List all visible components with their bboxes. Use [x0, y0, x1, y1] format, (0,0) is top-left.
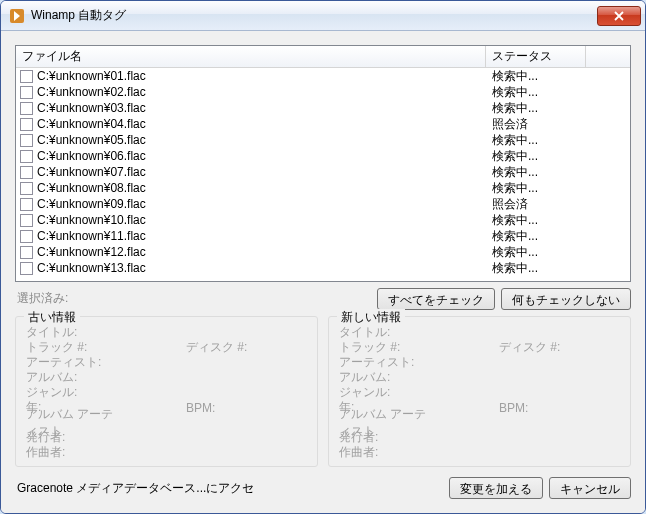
cell-status: 検索中... — [486, 84, 606, 101]
table-row[interactable]: C:¥unknown¥06.flac検索中... — [16, 148, 630, 164]
label-composer: 作曲者: — [26, 444, 116, 461]
table-row[interactable]: C:¥unknown¥08.flac検索中... — [16, 180, 630, 196]
apply-button[interactable]: 変更を加える — [449, 477, 543, 499]
table-row[interactable]: C:¥unknown¥12.flac検索中... — [16, 244, 630, 260]
cell-status: 検索中... — [486, 260, 606, 277]
row-checkbox[interactable] — [20, 86, 33, 99]
cell-status: 検索中... — [486, 212, 606, 229]
cell-filename: C:¥unknown¥09.flac — [37, 197, 146, 211]
close-button[interactable] — [597, 6, 641, 26]
file-listview[interactable]: ファイル名 ステータス C:¥unknown¥01.flac検索中...C:¥u… — [15, 45, 631, 282]
row-checkbox[interactable] — [20, 150, 33, 163]
table-row[interactable]: C:¥unknown¥04.flac照会済 — [16, 116, 630, 132]
cell-status: 検索中... — [486, 148, 606, 165]
table-row[interactable]: C:¥unknown¥13.flac検索中... — [16, 260, 630, 276]
cell-status: 検索中... — [486, 100, 606, 117]
row-checkbox[interactable] — [20, 262, 33, 275]
titlebar[interactable]: Winamp 自動タグ — [1, 1, 645, 31]
list-header: ファイル名 ステータス — [16, 46, 630, 68]
table-row[interactable]: C:¥unknown¥05.flac検索中... — [16, 132, 630, 148]
table-row[interactable]: C:¥unknown¥02.flac検索中... — [16, 84, 630, 100]
cell-filename: C:¥unknown¥11.flac — [37, 229, 146, 243]
label-bpm-new: BPM: — [499, 401, 528, 415]
label-composer-new: 作曲者: — [339, 444, 429, 461]
cancel-button[interactable]: キャンセル — [549, 477, 631, 499]
cell-filename: C:¥unknown¥01.flac — [37, 69, 146, 83]
footer: Gracenote メディアデータベース...にアクセ 変更を加える キャンセル — [15, 473, 631, 499]
cell-filename: C:¥unknown¥05.flac — [37, 133, 146, 147]
dialog-window: Winamp 自動タグ ファイル名 ステータス C:¥unknown¥01.fl… — [0, 0, 646, 514]
label-disc: ディスク #: — [186, 339, 247, 356]
label-disc-new: ディスク #: — [499, 339, 560, 356]
row-checkbox[interactable] — [20, 70, 33, 83]
table-row[interactable]: C:¥unknown¥03.flac検索中... — [16, 100, 630, 116]
table-row[interactable]: C:¥unknown¥10.flac検索中... — [16, 212, 630, 228]
cell-status: 検索中... — [486, 132, 606, 149]
table-row[interactable]: C:¥unknown¥11.flac検索中... — [16, 228, 630, 244]
cell-status: 検索中... — [486, 244, 606, 261]
content-area: ファイル名 ステータス C:¥unknown¥01.flac検索中...C:¥u… — [1, 31, 645, 513]
row-checkbox[interactable] — [20, 166, 33, 179]
row-checkbox[interactable] — [20, 182, 33, 195]
cell-filename: C:¥unknown¥12.flac — [37, 245, 146, 259]
row-checkbox[interactable] — [20, 246, 33, 259]
cell-filename: C:¥unknown¥06.flac — [37, 149, 146, 163]
check-all-button[interactable]: すべてをチェック — [377, 288, 495, 310]
table-row[interactable]: C:¥unknown¥01.flac検索中... — [16, 68, 630, 84]
cell-filename: C:¥unknown¥13.flac — [37, 261, 146, 275]
cell-status: 照会済 — [486, 196, 606, 213]
close-icon — [614, 11, 624, 21]
label-bpm: BPM: — [186, 401, 215, 415]
check-none-button[interactable]: 何もチェックしない — [501, 288, 631, 310]
cell-status: 検索中... — [486, 228, 606, 245]
row-checkbox[interactable] — [20, 134, 33, 147]
selected-label: 選択済み: — [15, 288, 371, 307]
row-checkbox[interactable] — [20, 214, 33, 227]
window-title: Winamp 自動タグ — [31, 7, 597, 24]
col-header-filename[interactable]: ファイル名 — [16, 46, 486, 67]
cell-status: 照会済 — [486, 116, 606, 133]
cell-filename: C:¥unknown¥07.flac — [37, 165, 146, 179]
col-header-status[interactable]: ステータス — [486, 46, 586, 67]
cell-status: 検索中... — [486, 164, 606, 181]
cell-filename: C:¥unknown¥03.flac — [37, 101, 146, 115]
cell-status: 検索中... — [486, 68, 606, 85]
cell-status: 検索中... — [486, 180, 606, 197]
app-icon — [9, 8, 25, 24]
row-checkbox[interactable] — [20, 118, 33, 131]
new-info-panel: 新しい情報 タイトル: トラック #:ディスク #: アーティスト: アルバム:… — [328, 316, 631, 467]
row-checkbox[interactable] — [20, 102, 33, 115]
old-info-title: 古い情報 — [24, 309, 80, 326]
mid-row: 選択済み: すべてをチェック 何もチェックしない — [15, 288, 631, 310]
new-info-title: 新しい情報 — [337, 309, 405, 326]
cell-filename: C:¥unknown¥08.flac — [37, 181, 146, 195]
row-checkbox[interactable] — [20, 230, 33, 243]
status-text: Gracenote メディアデータベース...にアクセ — [15, 480, 443, 497]
table-row[interactable]: C:¥unknown¥09.flac照会済 — [16, 196, 630, 212]
cell-filename: C:¥unknown¥10.flac — [37, 213, 146, 227]
list-rows: C:¥unknown¥01.flac検索中...C:¥unknown¥02.fl… — [16, 68, 630, 276]
table-row[interactable]: C:¥unknown¥07.flac検索中... — [16, 164, 630, 180]
cell-filename: C:¥unknown¥02.flac — [37, 85, 146, 99]
row-checkbox[interactable] — [20, 198, 33, 211]
info-panels: 古い情報 タイトル: トラック #:ディスク #: アーティスト: アルバム: … — [15, 316, 631, 467]
cell-filename: C:¥unknown¥04.flac — [37, 117, 146, 131]
old-info-panel: 古い情報 タイトル: トラック #:ディスク #: アーティスト: アルバム: … — [15, 316, 318, 467]
